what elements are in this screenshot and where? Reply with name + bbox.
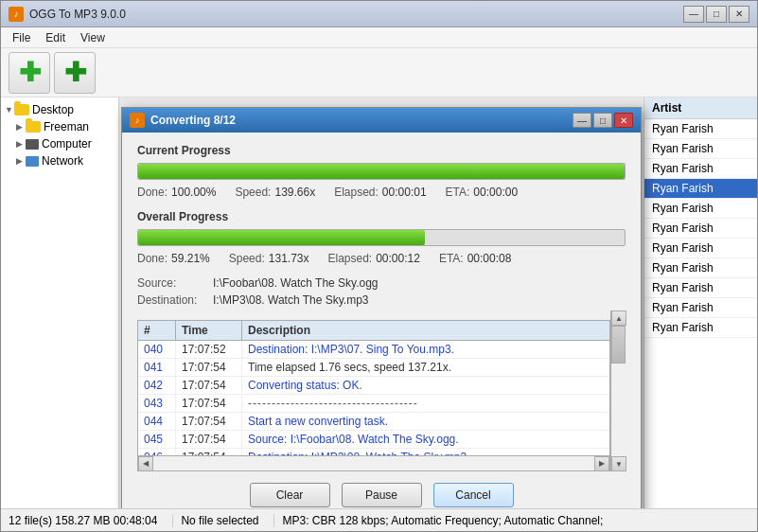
- dialog-minimize-button[interactable]: —: [573, 113, 591, 128]
- dialog-title-bar: ♪ Converting 8/12 — □ ✕: [122, 108, 641, 133]
- clear-button[interactable]: Clear: [250, 483, 330, 507]
- col-num: #: [138, 321, 176, 340]
- maximize-button[interactable]: □: [706, 6, 727, 23]
- log-horizontal-scrollbar[interactable]: ◀ ▶: [138, 455, 609, 470]
- add-files-icon: ✚: [19, 60, 41, 86]
- folder-icon: [14, 104, 29, 115]
- add-files-button[interactable]: ✚: [9, 52, 50, 94]
- dialog-overlay: ♪ Converting 8/12 — □ ✕ Current Progress: [119, 98, 643, 508]
- scrollbar-thumb[interactable]: [611, 326, 626, 364]
- artist-item[interactable]: Ryan Farish: [644, 199, 757, 219]
- log-time: 17:07:52: [176, 341, 242, 358]
- overall-eta-value: 00:00:08: [467, 252, 512, 265]
- dialog-app-icon: ♪: [130, 113, 145, 128]
- scroll-track[interactable]: [153, 456, 594, 470]
- menu-bar: File Edit View: [1, 27, 757, 48]
- source-label: Source:: [137, 276, 213, 290]
- log-table: # Time Description 040 17:07:52 Destinat…: [137, 320, 610, 471]
- tree-item-network[interactable]: ▶ Network: [1, 152, 118, 169]
- artist-item-selected[interactable]: Ryan Farish: [644, 179, 757, 199]
- current-eta-stat: ETA: 00:00:00: [446, 186, 519, 199]
- current-done-value: 100.00%: [171, 186, 216, 199]
- network-icon: [26, 156, 39, 167]
- log-num: 045: [138, 431, 176, 448]
- log-desc: Destination: I:\MP3\08. Watch The Sky.mp…: [242, 449, 609, 455]
- tree-label-freeman: Freeman: [44, 120, 89, 133]
- log-time: 17:07:54: [176, 413, 242, 430]
- cancel-button[interactable]: Cancel: [433, 483, 514, 507]
- overall-speed-stat: Speed: 131.73x: [229, 252, 309, 265]
- dialog-close-button[interactable]: ✕: [614, 113, 633, 128]
- close-button[interactable]: ✕: [729, 6, 749, 23]
- pause-button[interactable]: Pause: [342, 483, 422, 507]
- artist-item[interactable]: Ryan Farish: [644, 278, 757, 298]
- computer-icon: [26, 139, 39, 150]
- current-progress-stats: Done: 100.00% Speed: 139.66x Elapsed: 00…: [137, 186, 626, 199]
- log-row: 045 17:07:54 Source: I:\Foobar\08. Watch…: [138, 431, 609, 449]
- artist-item[interactable]: Ryan Farish: [644, 258, 757, 278]
- artist-item[interactable]: Ryan Farish: [644, 318, 757, 338]
- dialog-body: Current Progress Done: 100.00% Speed:: [122, 133, 641, 508]
- current-progress-bar: [137, 163, 626, 180]
- folder-icon: [26, 121, 41, 133]
- status-file-selected: No file selected: [181, 514, 274, 527]
- tree-item-computer[interactable]: ▶ Computer: [1, 135, 118, 152]
- log-desc: Destination: I:\MP3\07. Sing To You.mp3.: [242, 341, 609, 358]
- artist-item[interactable]: Ryan Farish: [644, 119, 757, 139]
- tree-item-freeman[interactable]: ▶ Freeman: [1, 118, 118, 135]
- log-section: # Time Description 040 17:07:52 Destinat…: [137, 310, 626, 471]
- main-window-title: OGG To MP3 9.0.0: [29, 8, 683, 21]
- menu-file[interactable]: File: [5, 29, 38, 46]
- log-row: 040 17:07:52 Destination: I:\MP3\07. Sin…: [138, 341, 609, 359]
- scroll-left-button[interactable]: ◀: [138, 456, 153, 471]
- overall-done-label: Done:: [137, 252, 167, 265]
- artist-item[interactable]: Ryan Farish: [644, 298, 757, 318]
- current-elapsed-stat: Elapsed: 00:00:01: [334, 186, 426, 199]
- log-body: 040 17:07:52 Destination: I:\MP3\07. Sin…: [138, 341, 609, 455]
- destination-row: Destination: I:\MP3\08. Watch The Sky.mp…: [137, 293, 626, 307]
- dialog-maximize-button[interactable]: □: [593, 113, 612, 128]
- scroll-up-button[interactable]: ▲: [611, 310, 626, 326]
- minimize-button[interactable]: —: [683, 6, 704, 23]
- scroll-right-button[interactable]: ▶: [594, 456, 609, 471]
- overall-progress-bar: [137, 229, 626, 246]
- log-time: 17:07:54: [176, 377, 242, 394]
- overall-done-value: 59.21%: [171, 252, 210, 265]
- log-vertical-scrollbar[interactable]: ▲ ▼: [610, 310, 626, 471]
- menu-edit[interactable]: Edit: [38, 29, 73, 46]
- scroll-down-button[interactable]: ▼: [611, 456, 626, 471]
- log-row: 043 17:07:54 ---------------------------…: [138, 395, 609, 413]
- overall-done-stat: Done: 59.21%: [137, 252, 210, 265]
- file-tree: ▼ Desktop ▶ Freeman ▶ Computer ▶ Network: [1, 98, 119, 508]
- col-desc: Description: [242, 321, 609, 340]
- add-folder-button[interactable]: ✚: [54, 52, 96, 94]
- artist-item[interactable]: Ryan Farish: [644, 139, 757, 159]
- log-num: 043: [138, 395, 176, 412]
- overall-elapsed-label: Elapsed:: [327, 252, 372, 265]
- menu-view[interactable]: View: [73, 29, 113, 46]
- artist-item[interactable]: Ryan Farish: [644, 159, 757, 179]
- tree-item-desktop[interactable]: ▼ Desktop: [1, 101, 118, 118]
- log-time: 17:07:54: [176, 395, 242, 412]
- col-time: Time: [176, 321, 242, 340]
- overall-elapsed-value: 00:00:12: [376, 252, 420, 265]
- eta-label: ETA:: [446, 186, 470, 199]
- log-num: 044: [138, 413, 176, 430]
- artist-item[interactable]: Ryan Farish: [644, 219, 757, 239]
- dialog-buttons: Clear Pause Cancel: [137, 483, 626, 507]
- overall-speed-value: 131.73x: [269, 252, 309, 265]
- app-icon: ♪: [9, 7, 24, 22]
- log-num: 040: [138, 341, 176, 358]
- tree-label-computer: Computer: [42, 137, 92, 151]
- current-progress-label: Current Progress: [137, 144, 626, 157]
- log-time: 17:07:54: [176, 449, 242, 455]
- artist-item[interactable]: Ryan Farish: [644, 239, 757, 258]
- add-folder-icon: ✚: [64, 60, 86, 86]
- expand-icon: ▶: [16, 122, 26, 132]
- main-title-bar: ♪ OGG To MP3 9.0.0 — □ ✕: [1, 1, 757, 27]
- source-row: Source: I:\Foobar\08. Watch The Sky.ogg: [137, 276, 626, 290]
- tree-label-network: Network: [42, 154, 83, 168]
- overall-progress-label: Overall Progress: [137, 210, 626, 223]
- log-time: 17:07:54: [176, 431, 242, 448]
- expand-icon: ▶: [16, 139, 26, 149]
